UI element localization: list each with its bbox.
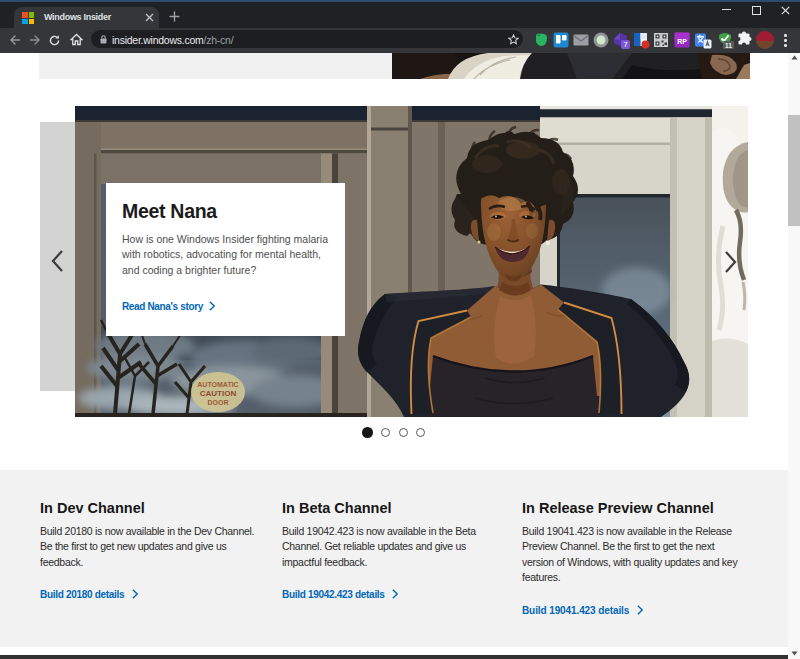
svg-text:RP: RP bbox=[677, 38, 687, 45]
svg-text:CAUTION: CAUTION bbox=[200, 389, 237, 398]
svg-text:11: 11 bbox=[725, 42, 732, 49]
svg-text:DOOR: DOOR bbox=[208, 399, 229, 406]
svg-text:AUTOMATIC: AUTOMATIC bbox=[197, 381, 238, 388]
svg-text:7: 7 bbox=[623, 40, 627, 49]
